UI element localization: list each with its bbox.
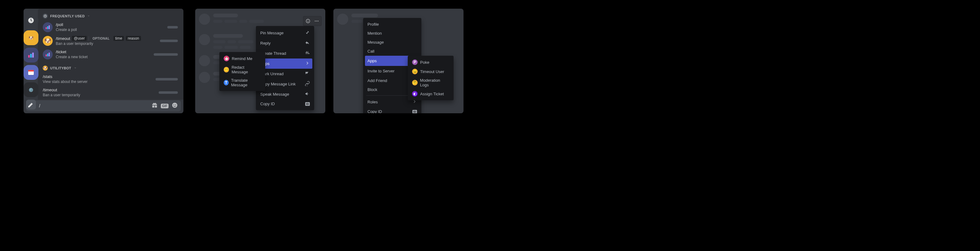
svg-point-15	[175, 104, 176, 105]
menu-copy-link[interactable]: Copy Message Link	[258, 79, 312, 89]
command-icon	[43, 22, 52, 32]
server-rail: 🐶 ⚙️	[24, 13, 38, 110]
chevron-down-icon	[87, 14, 90, 18]
menu-call[interactable]: Call	[365, 47, 420, 56]
menu-apps[interactable]: Apps	[258, 59, 312, 69]
command-timeout-2[interactable]: /timeout Ban a user temporarily	[40, 86, 181, 99]
gif-icon[interactable]: GIF	[161, 104, 169, 108]
app-icon: P	[412, 59, 418, 65]
app-label: Redact Message	[231, 65, 261, 74]
apps-submenu: ⏰ Remind Me 😶 Redact Message T Translate…	[220, 52, 265, 91]
app-label: Translate Message	[231, 78, 261, 87]
command-poll[interactable]: /poll Create a poll	[40, 21, 181, 34]
command-description: Ban a user temporarily	[43, 93, 80, 97]
emoji-react-icon[interactable]	[304, 17, 312, 25]
menu-message[interactable]: Message	[365, 38, 420, 47]
svg-point-14	[173, 104, 174, 105]
menu-label: Copy Message Link	[260, 82, 296, 86]
app-mod-logs[interactable]: 🤔 Moderation Logs	[410, 76, 452, 89]
menu-label: Call	[368, 49, 374, 54]
section-frequently-used-header[interactable]: FREQUENTLY USED	[40, 11, 181, 21]
menu-label: Block	[368, 87, 377, 92]
menu-profile[interactable]: Profile	[365, 20, 420, 29]
bot-icon: 🐶	[43, 66, 48, 71]
command-list: FREQUENTLY USED /poll Create a poll 🐶 /t…	[38, 9, 183, 100]
menu-label: Message	[368, 40, 384, 44]
gift-icon[interactable]	[151, 102, 158, 110]
svg-rect-2	[30, 54, 32, 57]
user-context-panel: Profile Mention Message Call Apps Invite…	[333, 9, 463, 113]
message-input[interactable]: + / GIF	[26, 100, 181, 111]
id-icon: ID	[412, 110, 417, 114]
placeholder-pill	[156, 78, 178, 81]
svg-point-20	[317, 21, 317, 22]
menu-copy-id[interactable]: Copy ID ID	[258, 99, 312, 108]
menu-copy-id[interactable]: Copy ID ID	[365, 107, 420, 113]
input-value[interactable]: /	[39, 103, 148, 108]
svg-point-16	[306, 19, 310, 23]
chevron-down-icon	[74, 66, 77, 70]
section-header-label: UTILITYBOT	[50, 66, 71, 70]
menu-mention[interactable]: Mention	[365, 29, 420, 38]
command-name: /poll	[56, 22, 77, 27]
arg-time: time	[113, 36, 124, 41]
rail-clock-icon[interactable]	[24, 13, 38, 28]
menu-create-thread[interactable]: Create Thread	[258, 48, 312, 59]
command-timeout[interactable]: 🐶 /timeout @user OPTIONAL time reason Ba…	[40, 34, 181, 48]
app-redact[interactable]: 😶 Redact Message	[221, 63, 263, 76]
command-ticket[interactable]: /ticket Create a new ticket	[40, 48, 181, 61]
command-name: /timeout @user OPTIONAL time reason	[56, 36, 141, 41]
svg-point-13	[172, 103, 178, 108]
svg-rect-5	[28, 70, 34, 71]
menu-mark-unread[interactable]: Mark Unread	[258, 69, 312, 79]
command-description: Ban a user temporarily	[56, 41, 141, 46]
command-description: View stats about the server	[43, 79, 88, 84]
app-remind-me[interactable]: ⏰ Remind Me	[221, 54, 263, 63]
section-utilitybot-header[interactable]: 🐶 UTILITYBOT	[40, 63, 181, 72]
thread-icon	[305, 51, 310, 56]
rail-server-chart[interactable]	[24, 48, 38, 62]
svg-rect-3	[32, 52, 34, 57]
svg-rect-11	[47, 54, 48, 56]
app-icon: ◐	[412, 91, 418, 97]
svg-point-21	[318, 21, 318, 22]
unread-icon	[305, 71, 310, 77]
svg-rect-12	[49, 52, 50, 56]
menu-reply[interactable]: Reply	[258, 38, 312, 48]
link-icon	[305, 81, 310, 87]
clock-icon	[43, 14, 48, 19]
menu-pin-message[interactable]: Pin Message	[258, 28, 312, 38]
svg-point-19	[315, 21, 316, 22]
svg-point-18	[308, 21, 309, 21]
svg-point-17	[307, 21, 308, 21]
pin-icon	[305, 30, 310, 36]
rail-server-window[interactable]	[24, 65, 38, 80]
app-assign-ticket[interactable]: ◐ Assign Ticket	[410, 89, 452, 98]
menu-label: Invite to Server	[368, 69, 395, 73]
command-icon: 🐶	[43, 36, 52, 46]
rail-server-dog[interactable]: 🐶	[24, 30, 38, 45]
app-poke[interactable]: P Poke	[410, 57, 452, 67]
rail-server-gear[interactable]: ⚙️	[24, 82, 38, 97]
menu-label: Copy ID	[260, 102, 275, 106]
menu-speak-message[interactable]: Speak Message	[258, 89, 312, 99]
message-hover-toolbar	[303, 16, 321, 26]
app-icon: T	[224, 80, 229, 86]
more-icon[interactable]	[313, 17, 321, 25]
app-translate[interactable]: T Translate Message	[221, 76, 263, 89]
command-description: Create a new ticket	[56, 55, 88, 59]
placeholder-pill	[167, 26, 178, 29]
menu-label: Mention	[368, 31, 382, 36]
placeholder-pill	[154, 53, 178, 56]
menu-label: Copy ID	[368, 109, 382, 113]
app-label: Assign Ticket	[420, 92, 444, 96]
svg-rect-8	[47, 26, 48, 29]
section-header-label: FREQUENTLY USED	[50, 14, 84, 18]
command-name: /stats	[43, 74, 88, 79]
svg-rect-7	[46, 27, 47, 29]
app-timeout-user[interactable]: 😠 Timeout User	[410, 67, 452, 76]
emoji-icon[interactable]	[172, 102, 178, 110]
command-stats[interactable]: /stats View stats about the server	[40, 72, 181, 86]
id-icon: ID	[305, 102, 310, 106]
rail-edit-icon[interactable]	[26, 100, 36, 110]
